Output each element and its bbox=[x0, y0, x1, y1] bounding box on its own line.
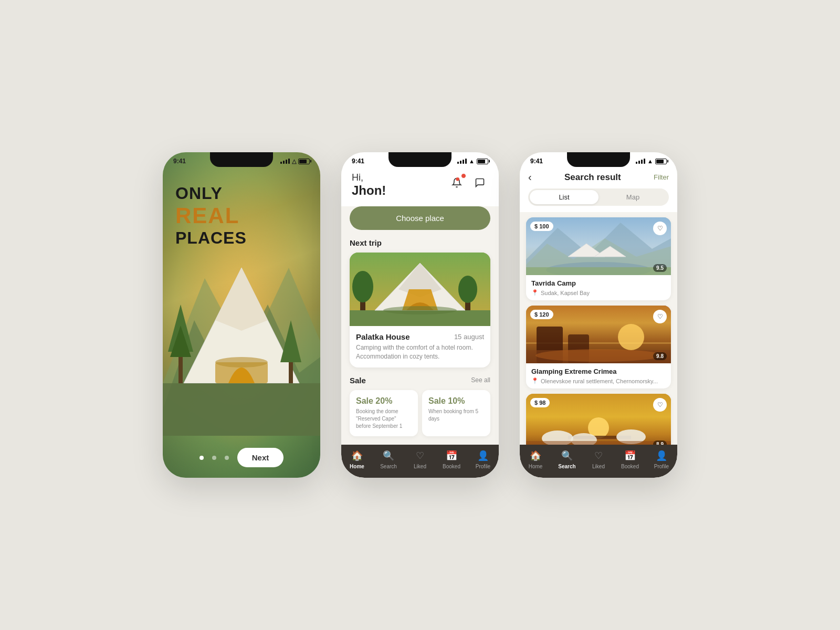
search-nav-search[interactable]: 🔍 Search bbox=[551, 450, 583, 469]
svg-point-36 bbox=[536, 349, 662, 362]
next-trip-title: Next trip bbox=[341, 238, 499, 253]
sale-1-percent: Sale 20% bbox=[356, 396, 412, 406]
location-icon-1: 📍 bbox=[531, 289, 539, 296]
price-2: $ 120 bbox=[530, 310, 553, 319]
home-screen: 9:41 ▲ Hi, Jhon! bbox=[341, 152, 499, 478]
nav-liked-label: Liked bbox=[414, 464, 426, 469]
splash-title-block: ONLY REAL PLACES bbox=[175, 184, 247, 248]
result-info-2: Glamping Extreme Crimea 📍 Olenevskoe rur… bbox=[526, 363, 671, 388]
trip-date: 15 august bbox=[454, 333, 484, 341]
notch-home bbox=[388, 152, 452, 167]
search-nav-search-label: Search bbox=[558, 464, 575, 469]
svg-rect-29 bbox=[526, 267, 671, 275]
result-name-1: Tavrida Camp bbox=[531, 279, 666, 287]
result-card-2[interactable]: $ 120 ♡ 9.8 Glamping Extreme Crimea 📍 Ol… bbox=[526, 306, 671, 388]
search-nav-home[interactable]: 🏠 Home bbox=[520, 450, 551, 469]
home-status-time: 9:41 bbox=[352, 158, 364, 165]
search-nav-booked[interactable]: 📅 Booked bbox=[614, 450, 646, 469]
splash-only-text: ONLY bbox=[175, 184, 247, 203]
svg-point-17 bbox=[458, 276, 477, 303]
nav-profile-label: Profile bbox=[476, 464, 490, 469]
status-time: 9:41 bbox=[173, 158, 186, 165]
status-icons: △ bbox=[280, 158, 310, 165]
search-screen: 9:41 ▲ ‹ Search result Filter List Map bbox=[520, 152, 677, 478]
search-nav-row: ‹ Search result Filter bbox=[528, 171, 669, 183]
search-icon: 🔍 bbox=[383, 450, 394, 461]
sale-header: Sale See all bbox=[350, 376, 490, 385]
home-icon: 🏠 bbox=[351, 450, 363, 461]
trip-info: Palatka House 15 august Camping with the… bbox=[350, 326, 490, 368]
home-battery-icon bbox=[477, 159, 488, 164]
filter-button[interactable]: Filter bbox=[654, 173, 669, 181]
notification-button[interactable] bbox=[448, 174, 465, 191]
svg-point-5 bbox=[215, 357, 268, 368]
choose-place-button[interactable]: Choose place bbox=[350, 206, 490, 230]
header-icons bbox=[448, 174, 488, 191]
battery-icon bbox=[298, 159, 310, 164]
result-location-1: 📍 Sudak, Kapsel Bay bbox=[531, 289, 666, 296]
nav-search[interactable]: 🔍 Search bbox=[373, 450, 404, 469]
result-location-2: 📍 Olenevskoe rural settlement, Chernomor… bbox=[531, 377, 666, 384]
tent-illustration-svg bbox=[163, 226, 320, 436]
search-home-icon: 🏠 bbox=[530, 450, 541, 461]
search-nav-liked[interactable]: ♡ Liked bbox=[583, 450, 614, 469]
search-nav-profile-label: Profile bbox=[654, 464, 669, 469]
sale-card-1[interactable]: Sale 20% Booking the dome "Reserved Cape… bbox=[350, 390, 418, 436]
favorite-2-button[interactable]: ♡ bbox=[653, 310, 667, 323]
search-status-icons: ▲ bbox=[636, 158, 667, 164]
tab-map-button[interactable]: Map bbox=[598, 190, 667, 204]
sale-1-desc: Booking the dome "Reserved Cape" before … bbox=[356, 408, 412, 430]
rating-2: 9.8 bbox=[653, 352, 667, 360]
back-button[interactable]: ‹ bbox=[528, 171, 532, 183]
next-trip-card[interactable]: Palatka House 15 august Camping with the… bbox=[350, 253, 490, 368]
result-image-3: $ 98 ♡ 8.9 bbox=[526, 394, 671, 452]
see-all-button[interactable]: See all bbox=[471, 376, 490, 384]
search-battery-icon bbox=[655, 159, 667, 164]
tab-list-button[interactable]: List bbox=[530, 190, 598, 204]
home-header: Hi, Jhon! bbox=[341, 167, 499, 206]
nav-liked[interactable]: ♡ Liked bbox=[404, 450, 436, 469]
message-button[interactable] bbox=[471, 174, 488, 191]
svg-point-15 bbox=[352, 271, 373, 302]
notification-badge bbox=[461, 173, 466, 178]
nav-profile[interactable]: 👤 Profile bbox=[467, 450, 499, 469]
next-button[interactable]: Next bbox=[237, 448, 284, 467]
result-card-1[interactable]: $ 100 ♡ 9.5 Tavrida Camp 📍 Sudak, Kapsel… bbox=[526, 217, 671, 300]
search-result-title: Search result bbox=[564, 172, 621, 183]
svg-point-31 bbox=[618, 324, 644, 350]
notification-icon bbox=[452, 177, 462, 188]
dot-3 bbox=[225, 456, 229, 460]
favorite-1-button[interactable]: ♡ bbox=[653, 222, 667, 235]
message-icon bbox=[475, 177, 485, 188]
search-status-time: 9:41 bbox=[530, 158, 543, 165]
price-3: $ 98 bbox=[530, 398, 550, 407]
search-search-icon: 🔍 bbox=[561, 450, 573, 461]
trip-desc: Camping with the comfort of a hotel room… bbox=[356, 343, 484, 361]
nav-booked[interactable]: 📅 Booked bbox=[436, 450, 467, 469]
home-wifi-icon: ▲ bbox=[469, 158, 475, 164]
greeting-hi: Hi, bbox=[352, 172, 386, 183]
nav-search-label: Search bbox=[380, 464, 397, 469]
greeting-name: Jhon! bbox=[352, 183, 386, 198]
search-bottom-nav: 🏠 Home 🔍 Search ♡ Liked 📅 Booked 👤 Profi… bbox=[520, 445, 677, 478]
search-wifi-icon: ▲ bbox=[647, 158, 653, 164]
view-toggle: List Map bbox=[528, 188, 669, 206]
svg-marker-3 bbox=[215, 268, 268, 331]
sale-title: Sale bbox=[350, 376, 366, 385]
notch bbox=[210, 152, 273, 167]
nav-home[interactable]: 🏠 Home bbox=[341, 450, 373, 469]
search-profile-icon: 👤 bbox=[656, 450, 667, 461]
sale-card-2[interactable]: Sale 10% When booking from 5 days bbox=[422, 390, 490, 436]
price-1: $ 100 bbox=[530, 222, 553, 231]
splash-places-text: PLACES bbox=[175, 228, 247, 248]
search-nav-profile[interactable]: 👤 Profile bbox=[646, 450, 677, 469]
favorite-3-button[interactable]: ♡ bbox=[653, 398, 667, 412]
search-signal-icon bbox=[636, 159, 645, 164]
rating-1: 9.5 bbox=[653, 264, 667, 272]
search-liked-icon: ♡ bbox=[594, 450, 603, 461]
result-card-3[interactable]: $ 98 ♡ 8.9 bbox=[526, 394, 671, 452]
signal-icon bbox=[280, 159, 290, 164]
search-nav-home-label: Home bbox=[529, 464, 543, 469]
svg-rect-6 bbox=[163, 383, 320, 436]
splash-screen: 9:41 △ ONLY REAL PLACES Next bbox=[163, 152, 320, 478]
